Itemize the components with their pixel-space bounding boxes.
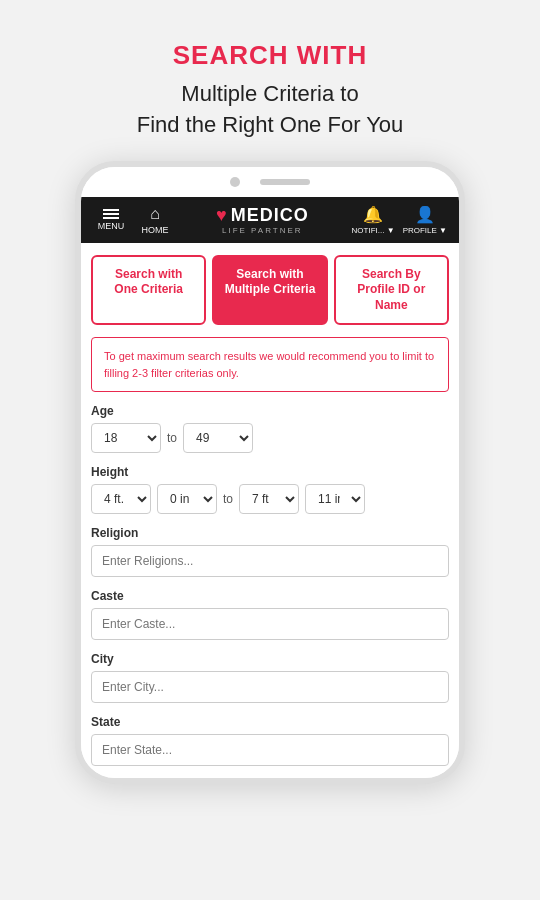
height-label: Height (91, 465, 449, 479)
heart-icon: ♥ (216, 205, 227, 226)
city-group: City (91, 652, 449, 703)
logo-sub: LIFE PARTNER (222, 226, 303, 235)
age-to-select[interactable]: 49505560 (183, 423, 253, 453)
bell-icon: 🔔 (363, 205, 383, 224)
tab-row: Search withOne Criteria Search withMulti… (81, 243, 459, 338)
header-section: SEARCH WITH Multiple Criteria toFind the… (137, 40, 404, 141)
state-label: State (91, 715, 449, 729)
caste-label: Caste (91, 589, 449, 603)
profile-icon: 👤 (415, 205, 435, 224)
religion-label: Religion (91, 526, 449, 540)
nav-notifications-button[interactable]: 🔔 NOTIFI... ▼ (352, 205, 395, 235)
age-label: Age (91, 404, 449, 418)
state-input[interactable] (91, 734, 449, 766)
header-title: SEARCH WITH (137, 40, 404, 71)
tab-multiple-criteria[interactable]: Search withMultiple Criteria (212, 255, 327, 326)
header-subtitle: Multiple Criteria toFind the Right One F… (137, 79, 404, 141)
religion-input[interactable] (91, 545, 449, 577)
nav-menu-button[interactable]: MENU (93, 209, 129, 231)
profile-label: PROFILE ▼ (403, 226, 447, 235)
hamburger-icon (103, 209, 119, 219)
age-group: Age 1819202122 to 49505560 (91, 404, 449, 453)
age-from-select[interactable]: 1819202122 (91, 423, 161, 453)
home-icon: ⌂ (150, 205, 160, 223)
height-group: Height 4 ft.5 ft.6 ft. 0 in1 in2 in to 7… (91, 465, 449, 514)
info-box: To get maximum search results we would r… (91, 337, 449, 392)
city-input[interactable] (91, 671, 449, 703)
navbar: MENU ⌂ HOME ♥ MEDICO LIFE PARTNER 🔔 NOTI… (81, 197, 459, 243)
height-in-to-select[interactable]: 11 in10 in9 in (305, 484, 365, 514)
nav-profile-button[interactable]: 👤 PROFILE ▼ (403, 205, 447, 235)
nav-home-button[interactable]: ⌂ HOME (137, 205, 173, 235)
religion-group: Religion (91, 526, 449, 577)
logo-top: ♥ MEDICO (216, 205, 309, 226)
height-row: 4 ft.5 ft.6 ft. 0 in1 in2 in to 7 ft6 ft… (91, 484, 449, 514)
height-to-separator: to (223, 492, 233, 506)
city-label: City (91, 652, 449, 666)
caste-group: Caste (91, 589, 449, 640)
phone-frame: MENU ⌂ HOME ♥ MEDICO LIFE PARTNER 🔔 NOTI… (75, 161, 465, 785)
height-ft-from-select[interactable]: 4 ft.5 ft.6 ft. (91, 484, 151, 514)
caste-input[interactable] (91, 608, 449, 640)
age-row: 1819202122 to 49505560 (91, 423, 449, 453)
height-in-from-select[interactable]: 0 in1 in2 in (157, 484, 217, 514)
search-form: Age 1819202122 to 49505560 Height 4 ft.5… (81, 404, 459, 766)
nav-logo: ♥ MEDICO LIFE PARTNER (181, 205, 344, 235)
phone-camera (230, 177, 240, 187)
height-ft-to-select[interactable]: 7 ft6 ft5 ft (239, 484, 299, 514)
home-label: HOME (142, 225, 169, 235)
tab-profile-id-name[interactable]: Search ByProfile ID orName (334, 255, 449, 326)
phone-speaker (260, 179, 310, 185)
phone-top-bar (81, 167, 459, 197)
tab-one-criteria[interactable]: Search withOne Criteria (91, 255, 206, 326)
logo-name: MEDICO (231, 205, 309, 226)
notif-label: NOTIFI... ▼ (352, 226, 395, 235)
phone-screen: MENU ⌂ HOME ♥ MEDICO LIFE PARTNER 🔔 NOTI… (81, 197, 459, 779)
state-group: State (91, 715, 449, 766)
age-to-separator: to (167, 431, 177, 445)
menu-label: MENU (98, 221, 125, 231)
